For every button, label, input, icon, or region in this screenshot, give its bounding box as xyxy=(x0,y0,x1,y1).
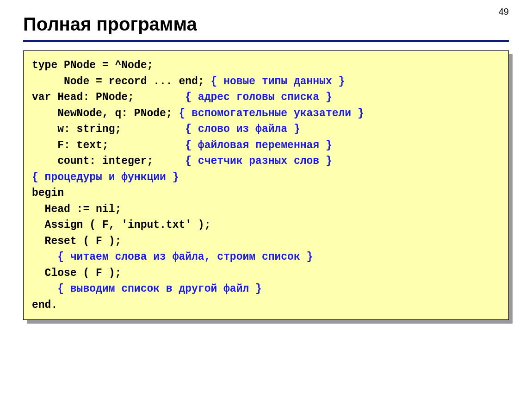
code-comment: { адрес головы списка } xyxy=(185,91,332,103)
code-comment: { процедуры и функции } xyxy=(32,171,179,183)
slide-title: Полная программа xyxy=(23,14,509,35)
code-line: Head := nil; xyxy=(32,203,121,215)
code-line: var Head: PNode; xyxy=(32,91,185,103)
code-line: end. xyxy=(32,299,57,311)
code-line: F: text; xyxy=(32,139,185,151)
code-line: type PNode = ^Node; xyxy=(32,59,153,71)
code-block-container: type PNode = ^Node; Node = record ... en… xyxy=(23,50,509,320)
code-line: Node = record ... end; xyxy=(32,75,210,88)
code-comment: { вспомогательные указатели } xyxy=(179,107,364,119)
code-line: Assign ( F, 'input.txt' ); xyxy=(32,219,210,231)
code-line: Close ( F ); xyxy=(32,267,121,279)
code-comment: { выводим список в другой файл } xyxy=(32,283,262,295)
code-comment: { счетчик разных слов } xyxy=(185,155,332,167)
code-comment: { файловая переменная } xyxy=(185,139,332,151)
page-number: 49 xyxy=(499,6,509,17)
code-comment: { слово из файла } xyxy=(185,123,300,135)
title-rule xyxy=(23,40,509,42)
code-line: count: integer; xyxy=(32,155,185,167)
code-line: NewNode, q: PNode; xyxy=(32,107,179,119)
code-comment: { новые типы данных } xyxy=(210,75,345,88)
code-block: type PNode = ^Node; Node = record ... en… xyxy=(23,50,509,320)
code-line: w: string; xyxy=(32,123,185,135)
code-line: Reset ( F ); xyxy=(32,235,121,247)
code-comment: { читаем слова из файла, строим список } xyxy=(32,251,313,263)
code-line: begin xyxy=(32,187,64,199)
